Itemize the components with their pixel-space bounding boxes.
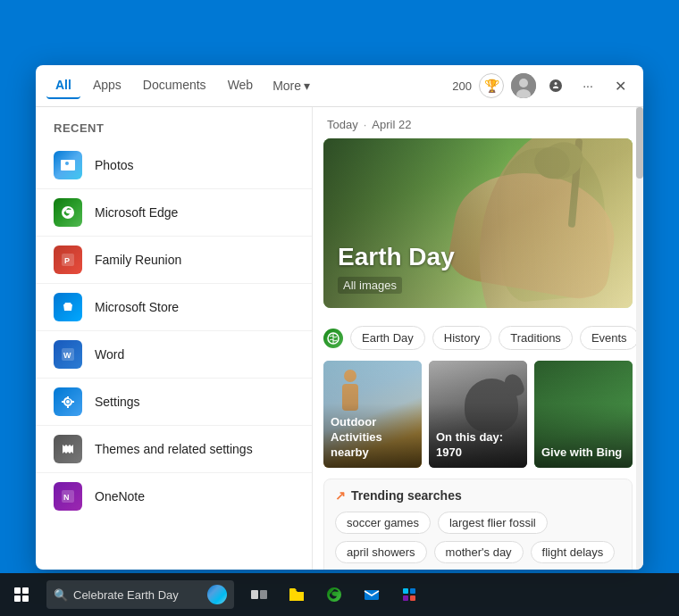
word-label: Word (95, 347, 124, 362)
trending-tag-mothers[interactable]: mother's day (434, 541, 524, 563)
svg-rect-14 (22, 595, 29, 602)
tag-earth-day[interactable]: Earth Day (350, 326, 425, 350)
tags-row: Earth Day History Traditions Events (313, 319, 643, 357)
trending-section: ↗ Trending searches soccer games largest… (323, 479, 633, 570)
edge-taskbar-icon[interactable] (316, 573, 352, 616)
right-panel: Today · April 22 Earth Day All images (313, 107, 643, 570)
card-onthisday-label: On this day: 1970 (436, 430, 527, 461)
trending-tag-showers[interactable]: april showers (335, 541, 427, 563)
edge-icon (54, 198, 82, 227)
search-window: All Apps Documents Web More ▾ 200 🏆 (36, 65, 643, 570)
card-givewing[interactable]: Give with Bing (534, 361, 633, 468)
onenote-label: OneNote (95, 489, 145, 504)
svg-rect-15 (251, 590, 258, 599)
date-text: April 22 (372, 118, 411, 131)
hero-subtitle[interactable]: All images (338, 277, 402, 294)
svg-rect-21 (410, 595, 415, 601)
feedback-icon[interactable] (543, 73, 568, 98)
sidebar-item-onenote[interactable]: N OneNote (36, 473, 312, 520)
points-badge: 200 (452, 79, 472, 93)
taskbar: 🔍 Celebrate Earth Day (0, 573, 679, 616)
tab-documents[interactable]: Documents (134, 72, 215, 99)
svg-text:N: N (63, 493, 70, 502)
word-icon: W (54, 340, 82, 369)
svg-text:P: P (64, 256, 70, 265)
card-outdoor[interactable]: OutdoorActivities nearby (323, 361, 422, 468)
search-header: All Apps Documents Web More ▾ 200 🏆 (36, 65, 643, 107)
sidebar: Recent Photos Microsoft Edge (36, 107, 313, 570)
search-text: Celebrate Earth Day (73, 588, 202, 602)
trending-tag-fossil[interactable]: largest flier fossil (438, 512, 548, 534)
avatar[interactable] (511, 73, 536, 98)
taskbar-search[interactable]: 🔍 Celebrate Earth Day (46, 580, 234, 609)
more-label: More (272, 79, 301, 93)
bing-search-logo (207, 585, 227, 604)
trending-header: ↗ Trending searches (335, 488, 621, 503)
card-onthisday[interactable]: On this day: 1970 (429, 361, 527, 468)
hero-card[interactable]: Earth Day All images (323, 138, 633, 308)
family-reunion-label: Family Reunion (95, 253, 181, 267)
svg-rect-16 (260, 590, 267, 599)
settings-label: Settings (95, 395, 140, 409)
store-icon (54, 293, 82, 321)
tag-traditions[interactable]: Traditions (499, 326, 573, 350)
points-value: 200 (452, 79, 472, 93)
svg-point-1 (519, 79, 528, 87)
search-main: Recent Photos Microsoft Edge (36, 107, 643, 570)
trending-label: Trending searches (351, 488, 462, 503)
svg-rect-11 (14, 587, 21, 594)
today-label: Today (327, 118, 358, 131)
tab-more[interactable]: More ▾ (265, 73, 317, 98)
cards-row: OutdoorActivities nearby On this day: 19… (313, 357, 643, 479)
scrollbar-thumb[interactable] (636, 107, 643, 179)
tag-events[interactable]: Events (580, 326, 639, 350)
chevron-down-icon: ▾ (304, 79, 310, 93)
close-button[interactable]: ✕ (608, 73, 633, 98)
powerpoint-icon: P (54, 246, 82, 274)
svg-rect-20 (403, 595, 408, 601)
tab-all[interactable]: All (46, 72, 80, 99)
trending-tags: soccer games largest flier fossil april … (335, 512, 621, 570)
search-icon: 🔍 (54, 588, 68, 602)
date-separator: · (364, 118, 367, 131)
svg-rect-13 (14, 595, 21, 602)
trending-tag-delays[interactable]: flight delays (531, 541, 616, 563)
sidebar-item-ms-store[interactable]: Microsoft Store (36, 284, 312, 331)
tab-apps[interactable]: Apps (84, 72, 130, 99)
trophy-icon[interactable]: 🏆 (479, 73, 504, 98)
sidebar-item-word[interactable]: W Word (36, 331, 312, 379)
card-outdoor-label: OutdoorActivities nearby (331, 415, 422, 461)
tag-history[interactable]: History (432, 326, 491, 350)
themes-label: Themes and related settings (95, 442, 253, 456)
store-taskbar-icon[interactable] (391, 573, 427, 616)
hero-content: Earth Day All images (338, 244, 455, 294)
sidebar-item-family-reunion[interactable]: P Family Reunion (36, 237, 312, 284)
photos-label: Photos (95, 158, 134, 172)
header-right: 200 🏆 ··· ✕ (452, 73, 633, 98)
sidebar-section-title: Recent (36, 121, 312, 142)
sidebar-item-photos[interactable]: Photos (36, 142, 312, 189)
sidebar-item-settings[interactable]: Settings (36, 379, 312, 426)
more-options-icon[interactable]: ··· (575, 73, 600, 98)
trending-tag-soccer[interactable]: soccer games (335, 512, 431, 534)
photos-icon (54, 151, 82, 179)
earth-icon (323, 329, 343, 348)
date-header: Today · April 22 (313, 107, 643, 138)
svg-text:W: W (63, 351, 71, 360)
taskview-icon[interactable] (241, 573, 277, 616)
card-givewing-label: Give with Bing (541, 445, 622, 461)
scrollbar-track (636, 107, 643, 570)
tab-web[interactable]: Web (219, 72, 263, 99)
svg-rect-19 (410, 588, 415, 594)
sidebar-item-themes[interactable]: Themes and related settings (36, 426, 312, 473)
trophy-glyph: 🏆 (484, 79, 499, 93)
sidebar-item-edge[interactable]: Microsoft Edge (36, 189, 312, 237)
trending-icon: ↗ (335, 488, 346, 503)
edge-label: Microsoft Edge (95, 205, 178, 220)
themes-icon (54, 435, 82, 463)
settings-icon (54, 387, 82, 416)
mail-taskbar-icon[interactable] (354, 573, 390, 616)
svg-rect-18 (403, 588, 408, 594)
file-explorer-icon[interactable] (279, 573, 314, 616)
start-button[interactable] (0, 573, 43, 616)
